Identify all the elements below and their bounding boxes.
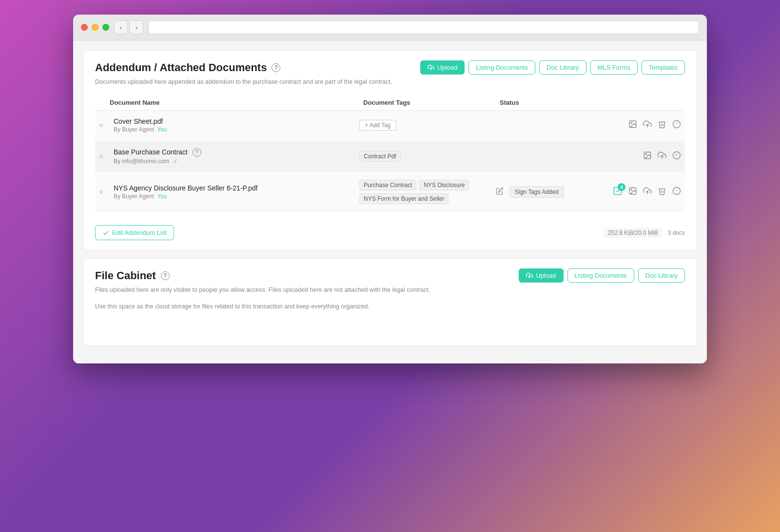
sign-button-container: 4 [613,186,623,198]
cloud-upload-icon-1[interactable] [643,120,652,131]
file-cabinet-help-icon[interactable]: ? [161,271,170,280]
sign-count-badge: 4 [618,183,625,191]
edit-tags-icon-3[interactable] [496,187,504,197]
addendum-title-text: Addendum / Attached Documents [95,61,267,74]
sign-tags-status-badge: Sign Tags Added [509,186,564,198]
file-cabinet-listing-docs-label: Listing Documents [575,272,627,279]
info-icon-2[interactable] [672,151,681,162]
table-row: ≡ NYS Agency Disclosure Buyer Seller 6-2… [95,173,685,211]
col-doc-name: Document Name [110,99,363,106]
svg-point-2 [631,122,632,123]
drag-handle-2[interactable]: ≡ [99,152,114,160]
doc-by-2: By info@bhumio.com ✓ [114,158,359,165]
addendum-section: Addendum / Attached Documents ? Upload L… [83,50,697,250]
doc-by-1: By Buyer Agent You [114,126,359,133]
traffic-lights [81,24,109,31]
doc-library-button[interactable]: Doc Library [539,60,586,75]
nav-buttons: ‹ › [114,20,143,34]
doc-name-2: Base Purchase Contract ? [114,148,359,157]
preview-icon-2[interactable] [643,151,652,162]
upload-icon-fc [526,272,533,279]
file-cabinet-section: File Cabinet ? Upload Listing Documents … [83,258,697,346]
file-cabinet-description-1: Files uploaded here are only visible to … [95,286,685,293]
svg-point-14 [631,189,632,190]
file-cabinet-title-text: File Cabinet [95,269,156,282]
addendum-action-buttons: Upload Listing Documents Doc Library MLS… [420,60,685,75]
storage-info: 252.8 KiB/20.0 MiB 3 docs [604,228,685,238]
addendum-header: Addendum / Attached Documents ? Upload L… [95,60,685,75]
delete-icon-3[interactable] [658,187,666,197]
verified-icon-2: ✓ [173,158,178,165]
add-tag-button-1[interactable]: + Add Tag [359,120,396,131]
drag-handle-1[interactable]: ≡ [99,121,114,129]
minimize-button[interactable] [92,24,98,31]
tag-contract-pdf: Contract Pdf [359,151,401,162]
file-cabinet-doc-library-label: Doc Library [645,272,678,279]
addendum-description: Documents uploaded here appended as adde… [95,78,685,85]
col-actions [597,99,685,106]
info-icon-3[interactable] [672,187,681,197]
doc-info-3: NYS Agency Disclosure Buyer Seller 6-21-… [114,184,359,200]
doc-actions-2 [593,151,681,162]
mls-forms-label: MLS Forms [598,64,630,71]
docs-count: 3 docs [668,229,685,236]
doc-info-1: Cover Sheet.pdf By Buyer Agent You [114,117,359,133]
content-area: Addendum / Attached Documents ? Upload L… [73,40,707,363]
col-doc-tags: Document Tags [363,99,500,106]
file-cabinet-title: File Cabinet ? [95,269,170,282]
preview-icon-1[interactable] [628,120,637,131]
checkmark-icon [102,229,109,236]
cloud-upload-icon-2[interactable] [658,151,666,162]
doc-actions-1 [593,120,681,131]
doc-actions-3: 4 [593,186,681,198]
listing-documents-button[interactable]: Listing Documents [468,60,535,75]
delete-icon-1[interactable] [658,120,666,131]
templates-button[interactable]: Templates [642,60,685,75]
table-row: ≡ Base Purchase Contract ? By info@bhumi… [95,141,685,172]
listing-documents-label: Listing Documents [476,64,528,71]
drag-handle-3[interactable]: ≡ [99,188,114,196]
addendum-footer: Edit Addendum List 252.8 KiB/20.0 MiB 3 … [95,219,685,240]
templates-label: Templates [649,64,678,71]
tag-purchase-contract: Purchase Contract [359,180,416,190]
upload-button[interactable]: Upload [420,60,465,75]
col-drag [95,99,110,106]
forward-button[interactable]: › [130,20,143,34]
doc-info-2: Base Purchase Contract ? By info@bhumio.… [114,148,359,165]
svg-point-8 [645,153,646,154]
close-button[interactable] [81,24,88,31]
file-cabinet-listing-docs-button[interactable]: Listing Documents [567,268,634,283]
url-bar[interactable] [148,20,699,34]
preview-icon-3[interactable] [628,187,637,197]
edit-addendum-button[interactable]: Edit Addendum List [95,225,174,240]
doc-status-3: Sign Tags Added [496,186,593,198]
storage-text: 252.8 KiB/20.0 MiB [604,228,662,238]
file-cabinet-upload-button[interactable]: Upload [519,268,563,283]
upload-icon [428,64,434,71]
doc-tags-1: + Add Tag [359,120,496,131]
doc-name-1: Cover Sheet.pdf [114,117,359,125]
file-cabinet-upload-label: Upload [536,272,556,279]
back-button[interactable]: ‹ [114,20,128,34]
mls-forms-button[interactable]: MLS Forms [590,60,638,75]
file-cabinet-action-buttons: Upload Listing Documents Doc Library [519,268,685,283]
upload-label: Upload [437,64,457,71]
cloud-upload-icon-3[interactable] [643,187,652,197]
doc-help-icon-2[interactable]: ? [193,148,201,157]
col-status: Status [500,99,597,106]
doc-tags-3: Purchase Contract NYS Disclosure NYS For… [359,180,496,204]
doc-by-highlight-3: You [157,193,167,200]
addendum-help-icon[interactable]: ? [272,63,280,72]
tag-nys-disclosure: NYS Disclosure [419,180,469,190]
info-icon-1[interactable] [672,120,681,131]
file-cabinet-doc-library-button[interactable]: Doc Library [638,268,685,283]
app-window: ‹ › Addendum / Attached Documents ? Uplo… [73,15,707,363]
doc-library-label: Doc Library [546,64,579,71]
addendum-title: Addendum / Attached Documents ? [95,61,280,74]
doc-by-highlight-1: You [157,126,167,133]
titlebar: ‹ › [73,15,707,40]
edit-addendum-label: Edit Addendum List [112,229,167,236]
maximize-button[interactable] [102,24,109,31]
file-cabinet-header: File Cabinet ? Upload Listing Documents … [95,268,685,283]
doc-tags-2: Contract Pdf [359,151,496,162]
